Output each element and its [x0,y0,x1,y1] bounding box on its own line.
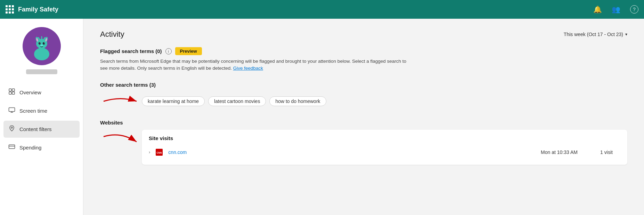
svg-rect-17 [9,108,15,112]
red-arrow-search [100,93,142,110]
svg-rect-19 [9,145,15,149]
overview-icon [8,88,15,97]
week-label: This week (Oct 17 - Oct 23) [564,32,623,37]
sidebar-item-content-filters[interactable]: Content filters [3,121,80,138]
svg-point-18 [11,127,13,128]
activity-title: Activity [100,30,124,39]
flagged-section: Flagged search terms (0) i Preview Searc… [100,47,627,72]
preview-badge[interactable]: Preview [175,47,202,55]
activity-header: Activity This week (Oct 17 - Oct 23) ▾ [100,30,627,39]
svg-rect-13 [9,89,11,91]
avatar [23,27,61,65]
people-icon[interactable]: 👥 [612,5,620,14]
flagged-description: Search terms from Microsoft Edge that ma… [100,58,413,72]
websites-title: Websites [100,120,627,126]
row-expand-chevron[interactable]: › [149,149,150,155]
site-name[interactable]: cnn.com [168,149,526,155]
sidebar-item-spending-label: Spending [19,145,41,150]
sidebar-item-overview-label: Overview [19,89,41,95]
flagged-title: Flagged search terms (0) [100,48,162,54]
avatar-image [26,31,57,62]
websites-section: Websites Site visits › [100,120,627,165]
grid-icon[interactable] [6,5,14,14]
other-search-section: Other search terms (3) karate learning a… [100,82,627,110]
chevron-down-icon: ▾ [625,32,627,37]
site-favicon: CNN [156,149,163,156]
svg-point-9 [43,42,45,45]
give-feedback-link[interactable]: Give feedback [233,66,263,71]
sidebar-nav: Overview Screen time [0,84,83,157]
search-tag-2[interactable]: how to do homework [269,96,326,106]
sidebar-item-screen-time-label: Screen time [19,108,47,114]
sidebar-item-content-filters-label: Content filters [19,126,52,132]
svg-point-11 [44,43,44,43]
site-visits-card: Site visits › CNN cnn.com Mon at 10:33 A… [142,130,627,165]
site-visit-count: 1 visit [593,149,620,155]
svg-rect-16 [12,92,15,94]
week-selector[interactable]: This week (Oct 17 - Oct 23) ▾ [564,32,627,37]
svg-point-12 [40,45,43,46]
topbar: Family Safety 🔔 👥 ? [0,0,644,19]
username [26,69,57,74]
svg-rect-14 [12,89,15,91]
svg-rect-15 [9,92,11,94]
help-icon[interactable]: ? [630,5,638,14]
other-terms-title: Other search terms (3) [100,82,627,88]
sidebar-item-spending[interactable]: Spending [3,139,80,156]
search-tag-0[interactable]: karate learning at home [142,96,205,106]
bell-icon[interactable]: 🔔 [593,5,602,14]
flagged-header: Flagged search terms (0) i Preview [100,47,627,55]
spending-icon [8,143,15,152]
site-visits-row-wrapper: Site visits › CNN cnn.com Mon at 10:33 A… [100,130,627,165]
app-title: Family Safety [18,6,593,13]
table-row: › CNN cnn.com Mon at 10:33 AM 1 visit [149,145,620,159]
main-layout: Overview Screen time [0,19,644,215]
site-time: Mon at 10:33 AM [531,149,587,155]
topbar-actions: 🔔 👥 ? [593,5,638,14]
site-visits-label: Site visits [149,135,620,141]
search-terms-row: karate learning at home latest cartoon m… [100,93,627,110]
content-filters-icon [8,125,15,134]
sidebar-item-screen-time[interactable]: Screen time [3,102,80,119]
content-area: Activity This week (Oct 17 - Oct 23) ▾ F… [83,19,644,215]
sidebar: Overview Screen time [0,19,83,215]
svg-point-8 [39,42,41,45]
search-tags: karate learning at home latest cartoon m… [142,96,326,106]
red-arrow-sites [100,130,142,154]
svg-text:CNN: CNN [157,152,162,154]
sidebar-item-overview[interactable]: Overview [3,84,80,101]
search-tag-1[interactable]: latest cartoon movies [208,96,266,106]
screen-time-icon [8,106,15,115]
svg-point-10 [40,43,40,43]
info-icon[interactable]: i [165,48,172,54]
